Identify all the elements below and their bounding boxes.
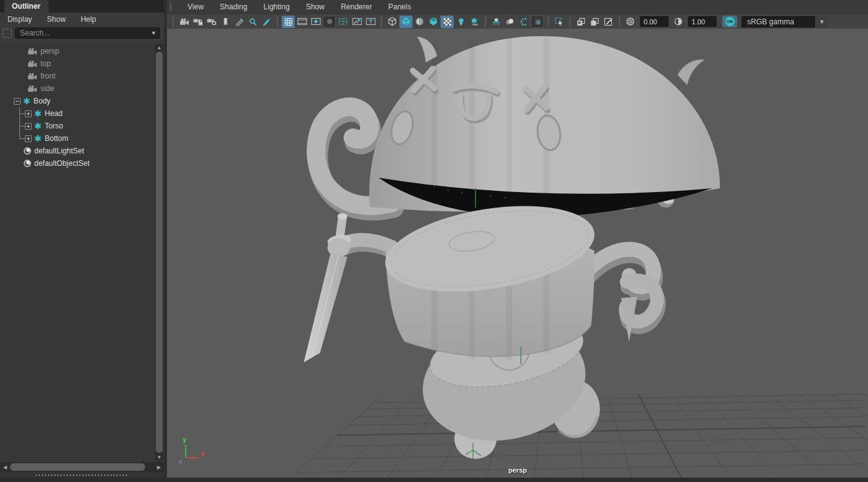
anti-aliasing-icon[interactable] xyxy=(517,16,530,28)
outliner-tabbar: Outliner xyxy=(0,0,164,12)
outliner-horizontal-scrollbar[interactable]: ◀ ▶ xyxy=(0,462,164,472)
textured-icon[interactable] xyxy=(427,16,440,28)
screen-space-ao-icon[interactable] xyxy=(490,16,503,28)
menu-show[interactable]: Show xyxy=(306,2,325,11)
search-box: ▼ xyxy=(15,27,160,39)
camera-icon xyxy=(27,60,37,67)
annotate-icon[interactable] xyxy=(602,16,615,28)
scene-object-head[interactable] xyxy=(316,36,720,218)
render-overrides-icon[interactable] xyxy=(531,16,544,28)
scrollbar-thumb[interactable] xyxy=(10,463,145,471)
axis-gizmo: y x z xyxy=(179,436,205,465)
outliner-item-body[interactable]: ✱ Body xyxy=(0,95,164,107)
viewport-scene: y x z xyxy=(167,29,868,478)
safe-title-icon[interactable] xyxy=(364,16,377,28)
outliner-item-persp[interactable]: persp xyxy=(0,45,164,57)
motion-blur-icon[interactable] xyxy=(503,16,517,28)
gate-mask-icon[interactable] xyxy=(323,16,336,28)
outliner-item-head[interactable]: ✱ Head xyxy=(0,107,164,120)
color-space-select[interactable]: sRGB gamma ▼ xyxy=(742,16,829,27)
menu-lighting[interactable]: Lighting xyxy=(264,2,290,11)
transform-node-icon: ✱ xyxy=(34,134,42,143)
scroll-right-icon[interactable]: ▶ xyxy=(155,465,163,470)
toolbar-separator xyxy=(173,17,174,27)
expand-expander-icon[interactable] xyxy=(25,135,32,142)
outliner-item-defaultlightset[interactable]: defaultLightSet xyxy=(0,145,164,157)
toolbar-separator xyxy=(619,17,620,27)
outliner-search-row: ▼ xyxy=(0,26,164,42)
field-chart-icon[interactable] xyxy=(336,16,350,28)
resolution-gate-icon[interactable] xyxy=(309,16,322,28)
menu-help[interactable]: Help xyxy=(80,15,96,24)
outliner-panel: Outliner Display Show Help ▼ persp xyxy=(0,0,164,478)
scroll-down-icon[interactable]: ▼ xyxy=(155,453,163,461)
scroll-up-icon[interactable]: ▲ xyxy=(155,44,163,51)
scrollbar-thumb[interactable] xyxy=(156,52,163,453)
toolbar-separator xyxy=(381,17,382,27)
scroll-left-icon[interactable]: ◀ xyxy=(1,465,9,470)
search-input[interactable] xyxy=(20,29,151,37)
menubar-grip-icon xyxy=(170,3,171,11)
collapse-expander-icon[interactable] xyxy=(14,98,21,105)
expand-expander-icon[interactable] xyxy=(25,123,32,130)
safe-action-icon[interactable] xyxy=(350,16,363,28)
viewport-3d[interactable]: y x z persp xyxy=(167,29,868,478)
lock-camera-icon[interactable] xyxy=(191,16,204,28)
film-gate-icon[interactable] xyxy=(295,16,308,28)
expand-expander-icon[interactable] xyxy=(25,110,32,117)
transform-node-icon: ✱ xyxy=(23,97,31,105)
menu-display[interactable]: Display xyxy=(7,15,32,24)
outliner-item-front[interactable]: front xyxy=(0,70,164,82)
copy-buffer-icon[interactable] xyxy=(575,16,588,28)
scene-object-torso-tub[interactable] xyxy=(379,193,600,364)
gamma-on-button[interactable]: ON xyxy=(722,16,737,27)
outliner-item-bottom[interactable]: ✱ Bottom xyxy=(0,132,164,145)
transform-node-icon: ✱ xyxy=(34,122,42,130)
set-node-icon xyxy=(24,147,31,155)
toolbar-separator xyxy=(485,17,486,27)
contrast-icon[interactable] xyxy=(672,16,685,28)
panel-resize-handle[interactable] xyxy=(0,472,164,478)
exposure-field[interactable] xyxy=(640,16,669,27)
maya-window: Outliner Display Show Help ▼ persp xyxy=(0,0,868,478)
toolbar-separator xyxy=(570,17,571,27)
menu-show[interactable]: Show xyxy=(47,15,65,24)
tab-outliner[interactable]: Outliner xyxy=(4,0,49,12)
selection-filter-icon[interactable] xyxy=(2,29,12,38)
outliner-item-torso[interactable]: ✱ Torso xyxy=(0,120,164,132)
exposure-icon[interactable] xyxy=(624,16,637,28)
isolate-select-icon[interactable] xyxy=(553,16,566,28)
wireframe-icon[interactable] xyxy=(386,16,399,28)
contrast-field[interactable] xyxy=(688,16,717,27)
pan-zoom-icon[interactable] xyxy=(246,16,259,28)
smooth-shade-all-icon[interactable] xyxy=(399,16,413,28)
menu-shading[interactable]: Shading xyxy=(220,2,247,11)
paste-buffer-icon[interactable] xyxy=(588,16,601,28)
toolbar-separator xyxy=(548,17,549,27)
outliner-item-top[interactable]: top xyxy=(0,57,164,70)
search-options-arrow-icon[interactable]: ▼ xyxy=(151,31,156,36)
set-node-icon xyxy=(24,160,31,167)
lights-icon[interactable] xyxy=(454,16,467,28)
outliner-item-side[interactable]: side xyxy=(0,82,164,95)
grease-pencil-icon[interactable] xyxy=(232,16,246,28)
shadows-icon[interactable] xyxy=(468,16,481,28)
chevron-down-icon[interactable]: ▼ xyxy=(815,16,829,27)
wireframe-on-shaded-icon[interactable] xyxy=(413,16,426,28)
2d-pan-zoom-icon[interactable] xyxy=(260,16,273,28)
camera-icon xyxy=(27,85,37,92)
transform-node-icon: ✱ xyxy=(34,109,42,118)
bookmark-icon[interactable] xyxy=(219,16,232,28)
grid-toggle-icon[interactable] xyxy=(282,16,295,28)
menu-view[interactable]: View xyxy=(188,2,204,11)
menu-panels[interactable]: Panels xyxy=(388,2,411,11)
outliner-item-defaultobjectset[interactable]: defaultObjectSet xyxy=(0,157,164,170)
camera-icon xyxy=(27,48,37,55)
outliner-vertical-scrollbar[interactable]: ▲ ▼ xyxy=(155,44,163,461)
menu-renderer[interactable]: Renderer xyxy=(341,2,372,11)
select-camera-icon[interactable] xyxy=(178,16,191,28)
viewport-menubar: View Shading Lighting Show Renderer Pane… xyxy=(167,0,868,14)
use-default-material-icon[interactable] xyxy=(441,16,454,28)
camera-icon xyxy=(27,73,37,80)
camera-attributes-icon[interactable] xyxy=(205,16,218,28)
